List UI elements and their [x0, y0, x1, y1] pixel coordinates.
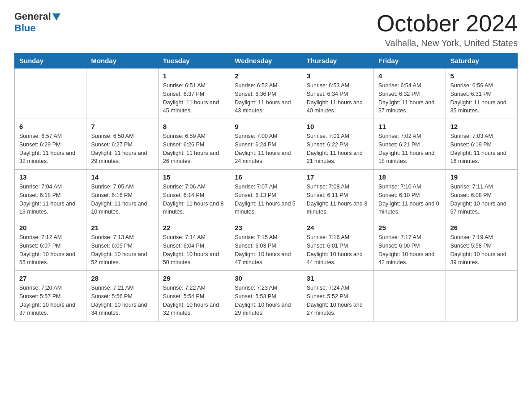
day-number: 16	[235, 173, 297, 181]
day-info: Sunrise: 7:12 AMSunset: 6:07 PMDaylight:…	[19, 233, 82, 267]
page-header: General Blue October 2024 Valhalla, New …	[14, 11, 518, 48]
calendar-cell: 20Sunrise: 7:12 AMSunset: 6:07 PMDayligh…	[15, 220, 86, 271]
day-info: Sunrise: 7:07 AMSunset: 6:13 PMDaylight:…	[235, 183, 297, 216]
calendar-cell: 26Sunrise: 7:19 AMSunset: 5:58 PMDayligh…	[446, 220, 517, 271]
day-number: 9	[235, 123, 297, 130]
day-number: 26	[450, 224, 513, 231]
weekday-header-friday: Friday	[374, 53, 446, 68]
calendar-week-1: 1Sunrise: 6:51 AMSunset: 6:37 PMDaylight…	[15, 68, 518, 119]
page-title: October 2024	[377, 11, 518, 36]
calendar-week-4: 20Sunrise: 7:12 AMSunset: 6:07 PMDayligh…	[15, 220, 518, 271]
calendar-cell: 13Sunrise: 7:04 AMSunset: 6:18 PMDayligh…	[15, 170, 86, 220]
calendar-cell: 14Sunrise: 7:05 AMSunset: 6:16 PMDayligh…	[86, 170, 158, 220]
calendar-cell	[374, 271, 446, 321]
day-info: Sunrise: 7:05 AMSunset: 6:16 PMDaylight:…	[91, 183, 153, 216]
day-number: 29	[163, 274, 225, 282]
day-number: 5	[450, 72, 513, 80]
calendar-cell: 22Sunrise: 7:14 AMSunset: 6:04 PMDayligh…	[158, 220, 230, 271]
day-info: Sunrise: 6:51 AMSunset: 6:37 PMDaylight:…	[163, 81, 225, 115]
weekday-header-tuesday: Tuesday	[158, 53, 230, 68]
day-info: Sunrise: 7:19 AMSunset: 5:58 PMDaylight:…	[450, 233, 513, 267]
day-info: Sunrise: 7:17 AMSunset: 6:00 PMDaylight:…	[378, 233, 441, 267]
calendar-cell: 28Sunrise: 7:21 AMSunset: 5:56 PMDayligh…	[86, 271, 158, 321]
day-number: 31	[307, 274, 369, 282]
calendar-cell: 2Sunrise: 6:52 AMSunset: 6:36 PMDaylight…	[230, 68, 302, 119]
day-info: Sunrise: 7:13 AMSunset: 6:05 PMDaylight:…	[91, 233, 153, 267]
calendar-week-5: 27Sunrise: 7:20 AMSunset: 5:57 PMDayligh…	[15, 271, 518, 321]
calendar-cell: 17Sunrise: 7:08 AMSunset: 6:11 PMDayligh…	[302, 170, 373, 220]
calendar-cell: 21Sunrise: 7:13 AMSunset: 6:05 PMDayligh…	[86, 220, 158, 271]
day-number: 18	[378, 173, 441, 181]
calendar-cell: 29Sunrise: 7:22 AMSunset: 5:54 PMDayligh…	[158, 271, 230, 321]
day-number: 7	[91, 123, 153, 130]
day-number: 23	[235, 224, 297, 231]
day-info: Sunrise: 6:53 AMSunset: 6:34 PMDaylight:…	[307, 81, 369, 115]
day-info: Sunrise: 7:02 AMSunset: 6:21 PMDaylight:…	[378, 132, 441, 166]
day-number: 6	[19, 123, 82, 130]
calendar-cell	[15, 68, 86, 119]
logo-general-text: General	[14, 11, 51, 22]
calendar-cell: 24Sunrise: 7:16 AMSunset: 6:01 PMDayligh…	[302, 220, 373, 271]
calendar-cell: 12Sunrise: 7:03 AMSunset: 6:19 PMDayligh…	[446, 119, 517, 170]
day-info: Sunrise: 7:14 AMSunset: 6:04 PMDaylight:…	[163, 233, 225, 267]
calendar-cell	[446, 271, 517, 321]
day-number: 30	[235, 274, 297, 282]
calendar-cell: 18Sunrise: 7:10 AMSunset: 6:10 PMDayligh…	[374, 170, 446, 220]
day-info: Sunrise: 7:11 AMSunset: 6:08 PMDaylight:…	[450, 183, 513, 216]
day-number: 19	[450, 173, 513, 181]
weekday-header-sunday: Sunday	[15, 53, 86, 68]
day-info: Sunrise: 6:54 AMSunset: 6:32 PMDaylight:…	[378, 81, 441, 115]
logo-arrow-icon	[52, 13, 60, 21]
calendar-cell: 16Sunrise: 7:07 AMSunset: 6:13 PMDayligh…	[230, 170, 302, 220]
calendar-cell: 31Sunrise: 7:24 AMSunset: 5:52 PMDayligh…	[302, 271, 373, 321]
day-info: Sunrise: 7:06 AMSunset: 6:14 PMDaylight:…	[163, 183, 225, 216]
day-number: 22	[163, 224, 225, 231]
day-info: Sunrise: 7:10 AMSunset: 6:10 PMDaylight:…	[378, 183, 441, 216]
day-info: Sunrise: 7:21 AMSunset: 5:56 PMDaylight:…	[91, 284, 153, 317]
day-number: 11	[378, 123, 441, 130]
calendar-cell: 23Sunrise: 7:15 AMSunset: 6:03 PMDayligh…	[230, 220, 302, 271]
calendar-cell: 10Sunrise: 7:01 AMSunset: 6:22 PMDayligh…	[302, 119, 373, 170]
day-info: Sunrise: 7:08 AMSunset: 6:11 PMDaylight:…	[307, 183, 369, 216]
weekday-header-monday: Monday	[86, 53, 158, 68]
day-info: Sunrise: 7:04 AMSunset: 6:18 PMDaylight:…	[19, 183, 82, 216]
day-info: Sunrise: 7:01 AMSunset: 6:22 PMDaylight:…	[307, 132, 369, 166]
calendar-cell: 9Sunrise: 7:00 AMSunset: 6:24 PMDaylight…	[230, 119, 302, 170]
day-number: 17	[307, 173, 369, 181]
day-number: 4	[378, 72, 441, 80]
day-number: 25	[378, 224, 441, 231]
day-number: 8	[163, 123, 225, 130]
day-info: Sunrise: 7:22 AMSunset: 5:54 PMDaylight:…	[163, 284, 225, 317]
day-info: Sunrise: 7:16 AMSunset: 6:01 PMDaylight:…	[307, 233, 369, 267]
weekday-header-thursday: Thursday	[302, 53, 373, 68]
weekday-header-wednesday: Wednesday	[230, 53, 302, 68]
calendar-cell: 15Sunrise: 7:06 AMSunset: 6:14 PMDayligh…	[158, 170, 230, 220]
day-info: Sunrise: 7:20 AMSunset: 5:57 PMDaylight:…	[19, 284, 82, 317]
calendar-week-2: 6Sunrise: 6:57 AMSunset: 6:29 PMDaylight…	[15, 119, 518, 170]
day-number: 28	[91, 274, 153, 282]
calendar-table: SundayMondayTuesdayWednesdayThursdayFrid…	[14, 53, 518, 321]
day-number: 3	[307, 72, 369, 80]
day-number: 24	[307, 224, 369, 231]
calendar-cell: 1Sunrise: 6:51 AMSunset: 6:37 PMDaylight…	[158, 68, 230, 119]
calendar-cell: 5Sunrise: 6:56 AMSunset: 6:31 PMDaylight…	[446, 68, 517, 119]
calendar-cell: 7Sunrise: 6:58 AMSunset: 6:27 PMDaylight…	[86, 119, 158, 170]
day-number: 15	[163, 173, 225, 181]
title-block: October 2024 Valhalla, New York, United …	[377, 11, 518, 48]
day-info: Sunrise: 7:00 AMSunset: 6:24 PMDaylight:…	[235, 132, 297, 166]
day-number: 2	[235, 72, 297, 80]
day-number: 12	[450, 123, 513, 130]
day-number: 1	[163, 72, 225, 80]
logo: General Blue	[14, 11, 60, 34]
day-number: 20	[19, 224, 82, 231]
calendar-cell: 30Sunrise: 7:23 AMSunset: 5:53 PMDayligh…	[230, 271, 302, 321]
calendar-cell: 6Sunrise: 6:57 AMSunset: 6:29 PMDaylight…	[15, 119, 86, 170]
day-number: 10	[307, 123, 369, 130]
calendar-week-3: 13Sunrise: 7:04 AMSunset: 6:18 PMDayligh…	[15, 170, 518, 220]
day-info: Sunrise: 6:52 AMSunset: 6:36 PMDaylight:…	[235, 81, 297, 115]
calendar-cell: 3Sunrise: 6:53 AMSunset: 6:34 PMDaylight…	[302, 68, 373, 119]
day-number: 27	[19, 274, 82, 282]
calendar-cell: 19Sunrise: 7:11 AMSunset: 6:08 PMDayligh…	[446, 170, 517, 220]
day-info: Sunrise: 6:56 AMSunset: 6:31 PMDaylight:…	[450, 81, 513, 115]
day-number: 13	[19, 173, 82, 181]
